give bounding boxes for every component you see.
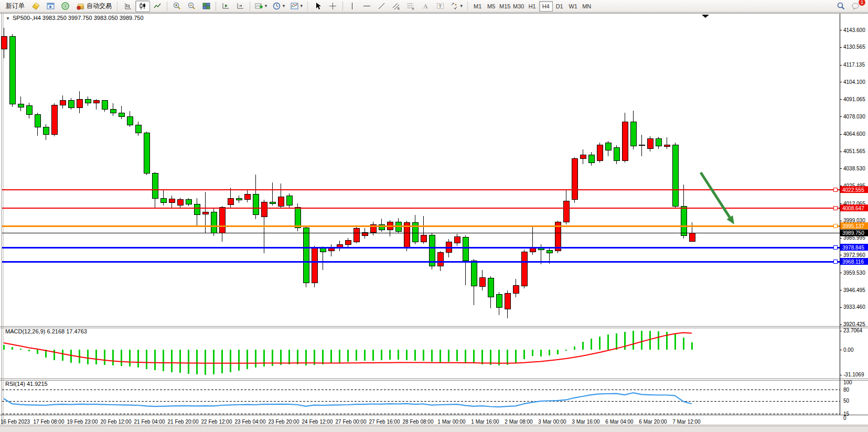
macd-hist-bar (389, 350, 391, 360)
time-tick-label: 1 Mar 00:00 (437, 419, 466, 425)
rsi-tick-label: 100 (843, 380, 852, 385)
timeframe-d1[interactable]: D1 (553, 1, 566, 12)
rsi-tick-label: 80 (843, 387, 850, 393)
candlestick-series (1, 28, 695, 318)
label-button[interactable]: T (433, 1, 448, 12)
macd-hist-bar (330, 350, 332, 363)
price-badge-label: 3995.137 (842, 223, 864, 229)
zoom-out-button[interactable] (184, 1, 199, 12)
hline-handle[interactable] (833, 224, 837, 228)
macd-hist-bar (398, 350, 399, 360)
chat-button[interactable]: 1 (848, 1, 863, 12)
chart-window[interactable]: 4143.6004130.5654117.1354104.1004091.065… (0, 13, 868, 426)
chart-bars-button[interactable] (121, 1, 135, 12)
macd-hist-bar (431, 350, 433, 362)
tile-windows-button[interactable] (199, 1, 213, 12)
timeframe-w1[interactable]: W1 (566, 1, 580, 12)
auto-scroll-button[interactable] (218, 1, 233, 12)
chart-line-button[interactable] (150, 1, 165, 12)
new-order-button[interactable]: 新订单 (2, 1, 28, 12)
macd-pane[interactable]: 23.70640.00-31.1069MACD(12,26,9) 6.2168 … (3, 328, 864, 377)
price-axis[interactable]: 4143.6004130.5654117.1354104.1004091.065… (840, 27, 865, 328)
profiles-button[interactable] (28, 1, 43, 12)
macd-hist-bar (481, 350, 483, 364)
rsi-label: RSI(14) 41.9215 (5, 381, 48, 387)
data-center-button[interactable] (58, 1, 72, 12)
hline-handle[interactable] (833, 188, 837, 191)
price-tick-label: 3920.425 (843, 321, 865, 327)
time-tick-label: 21 Feb 20:00 (168, 419, 199, 425)
time-tick-label: 16 Feb 2023 (1, 419, 30, 425)
hline-handle[interactable] (833, 245, 837, 249)
chart-shift-icon (236, 2, 245, 10)
candle-bear (672, 145, 678, 206)
macd-hist-bar (53, 350, 55, 360)
candle-bear (194, 204, 200, 214)
templates-button[interactable]: ▼ (288, 1, 306, 12)
macd-label: MACD(12,26,9) 6.2168 17.4763 (5, 328, 87, 334)
macd-hist-bar (28, 350, 30, 351)
candle-bear (605, 143, 611, 150)
trendline-button[interactable] (374, 1, 389, 12)
candle-bear (656, 139, 661, 146)
hline-handle[interactable] (833, 206, 837, 210)
macd-hist-bar (641, 331, 642, 350)
timeframe-m15[interactable]: M15 (498, 1, 512, 12)
symbol-dropdown-icon[interactable]: ▼ (6, 16, 10, 21)
rsi-pane[interactable]: 1008050150RSI(14) 41.9215 (2, 380, 852, 421)
chart-candles-button[interactable] (135, 1, 150, 12)
price-badge-label: 3989.750 (842, 230, 864, 236)
chart-canvas[interactable]: 4143.6004130.5654117.1354104.1004091.065… (0, 13, 868, 426)
toolbar-grip (307, 2, 309, 11)
timeframe-m30[interactable]: M30 (512, 1, 526, 12)
candle-bull (421, 235, 426, 242)
shapes-button[interactable]: ▼ (448, 1, 466, 12)
indicators-button[interactable]: ▼ (252, 1, 270, 12)
macd-tick-label: -31.1069 (843, 372, 864, 377)
text-button[interactable]: A (419, 1, 433, 12)
crosshair-button[interactable] (326, 1, 340, 12)
timeframe-m5[interactable]: M5 (485, 1, 498, 12)
search-button[interactable] (833, 1, 848, 12)
macd-hist-bar (3, 345, 5, 350)
svg-text:E: E (398, 7, 400, 10)
trend-arrow[interactable] (701, 172, 734, 224)
auto-trading-button[interactable]: 自动交易 (72, 1, 115, 12)
candle-bear (9, 37, 15, 104)
time-axis[interactable]: 16 Feb 202317 Feb 08:0019 Feb 23:0020 Fe… (1, 419, 701, 425)
cursor-button[interactable] (311, 1, 326, 12)
macd-hist-bar (37, 350, 38, 354)
chart-shift-button[interactable] (233, 1, 248, 12)
candle-bear (488, 278, 494, 297)
hline-button[interactable] (360, 1, 374, 12)
timeframe-h1[interactable]: H1 (526, 1, 539, 12)
chart-shift-marker[interactable] (702, 15, 709, 18)
chevron-down-icon: ▼ (264, 4, 268, 8)
fibonacci-button[interactable]: F (404, 1, 419, 12)
market-watch-button[interactable] (43, 1, 58, 12)
price-tick-label: 3933.460 (843, 304, 865, 310)
periods-button[interactable]: ▼ (270, 1, 288, 12)
candle-bear (496, 295, 502, 308)
macd-hist-bar (20, 349, 22, 350)
price-badge-label: 3978.845 (842, 245, 864, 251)
timeframe-m1[interactable]: M1 (471, 1, 485, 12)
vline-button[interactable] (345, 1, 360, 12)
channel-button[interactable]: E (389, 1, 404, 12)
timeframe-h4[interactable]: H4 (539, 1, 553, 12)
candle-bull (521, 252, 527, 286)
candle-bull (639, 145, 645, 146)
price-tick-label: 3972.960 (843, 252, 865, 258)
timeframe-mn[interactable]: MN (580, 1, 594, 12)
zoom-in-button[interactable] (169, 1, 184, 12)
candle-bull (437, 252, 443, 266)
candle-bull (345, 241, 351, 245)
candle-bear (26, 106, 32, 114)
text-icon: A (421, 2, 430, 10)
search-icon (837, 2, 845, 10)
candle-bear (186, 200, 191, 204)
macd-hist-bar (683, 338, 684, 350)
hline-handle[interactable] (833, 260, 837, 263)
candle-bull (60, 101, 66, 105)
hline-icon (362, 2, 371, 10)
